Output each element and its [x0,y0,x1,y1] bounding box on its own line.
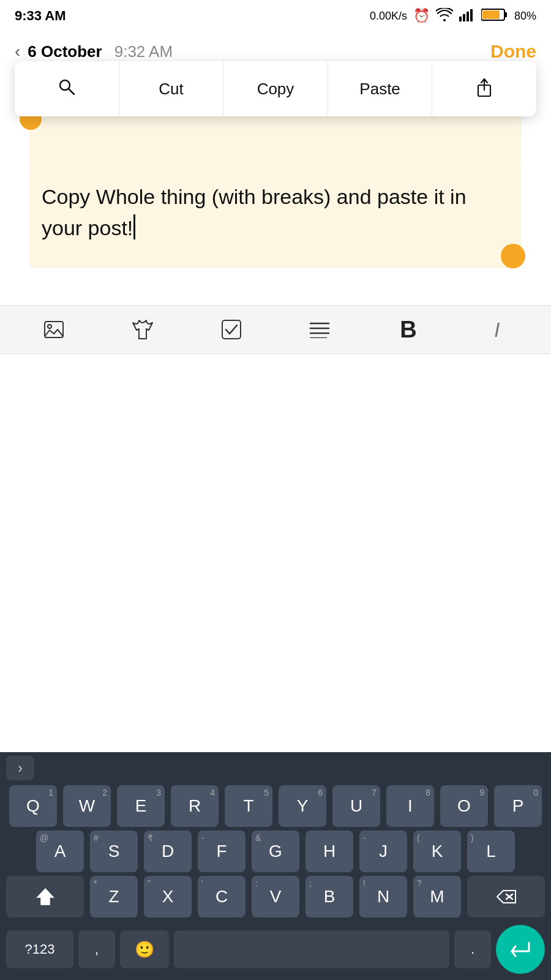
key-symbol: # [94,833,99,843]
key-symbol: " [148,878,151,888]
keyboard-key-o[interactable]: 9O [440,785,488,827]
keyboard-period-button[interactable]: . [454,930,491,968]
align-icon [309,321,330,338]
format-bold-button[interactable]: B [364,306,453,353]
keyboard-key-m[interactable]: ?M [413,876,461,918]
svg-rect-1 [463,14,465,21]
key-number: 2 [102,788,107,797]
key-symbol: ? [417,878,422,888]
keyboard-key-q[interactable]: 1Q [9,785,57,827]
svg-point-7 [60,80,70,90]
svg-rect-5 [504,12,507,17]
keyboard-row-2: @A#S₹D-F&GH-J(K)L [0,831,551,872]
key-symbol: - [201,833,204,843]
keyboard-shift-button[interactable] [6,876,84,918]
keyboard-key-k[interactable]: (K [413,831,461,872]
status-right: 0.00K/s ⏰ [370,8,536,24]
svg-rect-11 [45,322,63,337]
key-number: 8 [425,788,430,797]
keyboard-key-c[interactable]: 'C [198,876,246,918]
selection-handle-end[interactable] [501,244,525,268]
keyboard-key-z[interactable]: *Z [90,876,138,918]
note-body-text: Copy Whole thing (with breaks) and paste… [42,185,467,239]
battery-percent: 80% [514,10,536,23]
keyboard-expand-button[interactable]: › [6,756,34,780]
format-align-button[interactable] [276,306,364,353]
keyboard-key-t[interactable]: 5T [225,785,272,827]
key-symbol: ) [471,833,474,843]
keyboard-row-3: *Z"X'C:V;B!N?M [0,876,551,918]
keyboard-row-1: 1Q2W3E4R5T6Y7U8I9O0P [0,785,551,827]
keyboard-enter-button[interactable] [496,925,545,974]
back-button[interactable]: ‹ [15,42,20,61]
key-symbol: - [363,833,366,843]
keyboard-key-w[interactable]: 2W [63,785,111,827]
keyboard-backspace-button[interactable] [467,876,545,918]
svg-point-12 [48,325,51,328]
keyboard-key-a[interactable]: @A [36,831,84,872]
keyboard-key-v[interactable]: :V [252,876,299,918]
keyboard-space-button[interactable] [174,930,449,968]
format-shirt-button[interactable] [99,306,187,353]
alarm-icon: ⏰ [413,8,430,24]
keyboard-key-i[interactable]: 8I [386,785,434,827]
keyboard-key-l[interactable]: )L [467,831,515,872]
keyboard-bottom-row: ?123 , 🙂 . [0,921,551,974]
keyboard: › 1Q2W3E4R5T6Y7U8I9O0P @A#S₹D-F&GH-J(K)L… [0,752,551,980]
keyboard-key-j[interactable]: -J [359,831,407,872]
keyboard-key-s[interactable]: #S [90,831,138,872]
keyboard-comma-button[interactable]: , [78,930,115,968]
cut-label: Cut [159,80,183,99]
keyboard-key-u[interactable]: 7U [332,785,380,827]
shirt-icon [132,319,154,340]
key-number: 0 [533,788,538,797]
keyboard-key-d[interactable]: ₹D [144,831,192,872]
keyboard-emoji-button[interactable]: 🙂 [120,930,169,968]
format-image-button[interactable] [10,306,99,353]
key-number: 7 [372,788,377,797]
context-share[interactable] [432,61,536,116]
enter-icon [509,940,531,959]
key-symbol: ! [363,878,365,888]
keyboard-key-p[interactable]: 0P [494,785,542,827]
nav-left: ‹ 6 October 9:32 AM [15,42,173,61]
note-date: 6 October [28,42,102,61]
key-symbol: ₹ [148,833,153,843]
keyboard-key-y[interactable]: 6Y [279,785,326,827]
keyboard-key-f[interactable]: -F [198,831,246,872]
format-checkbox-button[interactable] [187,306,276,353]
note-body-area[interactable]: Copy Whole thing (with breaks) and paste… [29,169,522,268]
context-copy[interactable]: Copy [223,61,328,116]
keyboard-numbers-button[interactable]: ?123 [6,930,73,968]
svg-rect-2 [467,12,469,21]
context-menu: Cut Copy Paste [15,61,536,116]
context-paste[interactable]: Paste [328,61,433,116]
keyboard-key-n[interactable]: !N [359,876,407,918]
key-number: 4 [210,788,215,797]
key-symbol: ( [417,833,420,843]
done-button[interactable]: Done [490,41,536,62]
context-search[interactable] [15,61,119,116]
key-number: 5 [264,788,269,797]
context-cut[interactable]: Cut [119,61,224,116]
keyboard-key-g[interactable]: &G [252,831,299,872]
keyboard-key-e[interactable]: 3E [117,785,165,827]
share-icon [475,77,493,102]
keyboard-key-x[interactable]: "X [144,876,192,918]
search-icon [58,78,76,100]
checkbox-icon [221,319,242,340]
key-symbol: ' [201,878,203,888]
keyboard-key-b[interactable]: ;B [305,876,353,918]
status-time: 9:33 AM [15,8,66,24]
format-italic-button[interactable]: I [452,306,541,353]
keyboard-key-h[interactable]: H [305,831,353,872]
keyboard-key-r[interactable]: 4R [171,785,219,827]
paste-label: Paste [359,80,400,99]
key-number: 9 [479,788,484,797]
key-number: 6 [318,788,323,797]
status-bar: 9:33 AM 0.00K/s ⏰ [0,0,551,32]
note-body-container: Copy Whole thing (with breaks) and paste… [15,169,536,268]
copy-label: Copy [257,80,294,99]
network-speed: 0.00K/s [370,10,407,23]
italic-label: I [494,318,500,342]
